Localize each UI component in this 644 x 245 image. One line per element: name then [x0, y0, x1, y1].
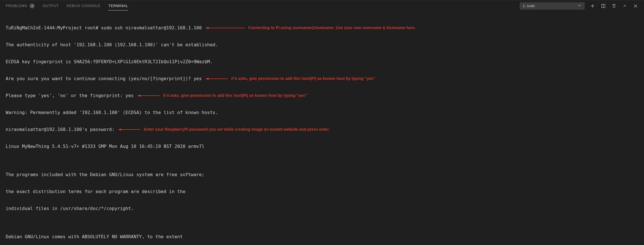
annotation-text: if it asks, give permission to add this …	[163, 93, 307, 98]
split-terminal-button[interactable]	[600, 3, 606, 9]
terminal-line: Debian GNU/Linux comes with ABSOLUTELY N…	[6, 234, 638, 240]
tab-output-label: OUTPUT	[43, 4, 59, 8]
tab-problems[interactable]: PROBLEMS 3	[6, 1, 35, 11]
maximize-panel-button[interactable]	[622, 3, 628, 9]
new-terminal-button[interactable]	[590, 3, 595, 9]
svg-marker-9	[118, 128, 121, 131]
terminal-line: Are you sure you want to continue connec…	[6, 76, 202, 82]
arrow-left-icon	[118, 128, 141, 131]
terminal-line: Please type 'yes', 'no' or the fingerpri…	[6, 93, 134, 99]
svg-marker-7	[137, 95, 141, 97]
svg-marker-3	[205, 27, 209, 29]
arrow-left-icon	[205, 77, 228, 80]
terminal-line: the exact distribution terms for each pr…	[6, 189, 638, 194]
terminal-picker[interactable]: 1: sudo	[520, 2, 585, 10]
panel-header: PROBLEMS 3 OUTPUT DEBUG CONSOLE TERMINAL…	[0, 0, 644, 12]
annotation-text: Enter your RaspberryPi password you set …	[144, 127, 330, 132]
arrow-left-icon	[137, 94, 160, 97]
terminal-line: ECDSA key fingerprint is SHA256:fDFENYD+…	[6, 59, 638, 65]
terminal-line: Linux MyNewThing 5.4.51-v7+ #1333 SMP Mo…	[6, 144, 638, 149]
tab-debug-label: DEBUG CONSOLE	[66, 4, 100, 8]
chevron-down-icon	[578, 3, 582, 8]
terminal-line: The programs included with the Debian GN…	[6, 172, 638, 178]
annotation-text: if it asks, give permission to add this …	[231, 76, 375, 81]
panel-actions: 1: sudo	[520, 2, 638, 10]
kill-terminal-button[interactable]	[611, 3, 617, 9]
tab-terminal-label: TERMINAL	[108, 4, 128, 8]
tab-terminal[interactable]: TERMINAL	[108, 1, 128, 10]
terminal-line: Warning: Permanently added '192.168.1.10…	[6, 110, 638, 115]
arrow-left-icon	[205, 27, 245, 29]
tab-output[interactable]: OUTPUT	[43, 1, 59, 10]
problems-badge: 3	[29, 3, 35, 8]
terminal-output[interactable]: TuRiNgMaChInE-1444:MyProject root# sudo …	[0, 12, 644, 245]
tab-debug-console[interactable]: DEBUG CONSOLE	[66, 1, 100, 10]
tab-problems-label: PROBLEMS	[6, 4, 27, 8]
terminal-picker-label: 1: sudo	[523, 4, 535, 8]
svg-marker-5	[205, 78, 209, 80]
terminal-line: individual files in /usr/share/doc/*/cop…	[6, 206, 638, 211]
terminal-line: TuRiNgMaChInE-1444:MyProject root# sudo …	[6, 25, 202, 31]
annotation-text: Connecting to Pi using username@hostname…	[248, 25, 416, 30]
close-panel-button[interactable]	[633, 3, 638, 9]
terminal-line: The authenticity of host '192.168.1.100 …	[6, 42, 638, 48]
terminal-line: niravmalsattar@192.168.1.100's password:	[6, 127, 114, 132]
panel-tabs: PROBLEMS 3 OUTPUT DEBUG CONSOLE TERMINAL	[6, 1, 128, 11]
